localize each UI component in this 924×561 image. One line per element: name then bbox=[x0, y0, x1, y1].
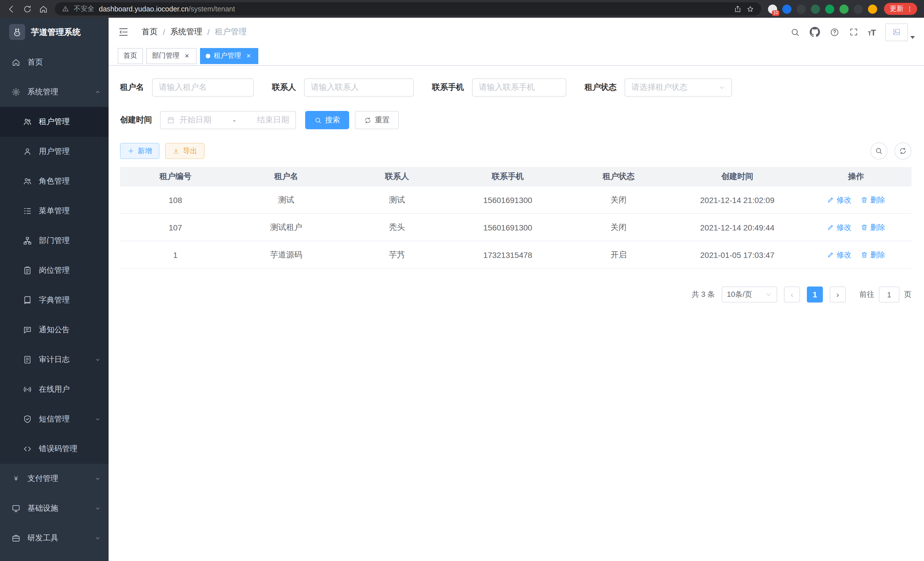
edit-link[interactable]: 修改 bbox=[827, 250, 851, 260]
toggle-search-button[interactable] bbox=[870, 142, 887, 159]
refresh-table-button[interactable] bbox=[894, 142, 911, 159]
main-area: 首页 / 系统管理 / 租户管理 TT bbox=[109, 18, 924, 561]
browser-home-icon[interactable] bbox=[39, 4, 48, 14]
sidebar-item-auditlog[interactable]: 审计日志 bbox=[0, 345, 109, 375]
sidebar-item-sms[interactable]: 短信管理 bbox=[0, 404, 109, 434]
cell-created: 2021-12-14 21:02:09 bbox=[674, 195, 801, 205]
edit-link[interactable]: 修改 bbox=[827, 222, 851, 232]
github-icon[interactable] bbox=[809, 27, 820, 37]
sidebar-item-errcode[interactable]: 错误码管理 bbox=[0, 434, 109, 464]
search-button[interactable]: 搜索 bbox=[305, 111, 349, 129]
refresh-icon bbox=[899, 147, 907, 155]
sidebar-item-tenant[interactable]: 租户管理 bbox=[0, 107, 109, 137]
share-icon[interactable] bbox=[734, 5, 742, 13]
search-icon[interactable] bbox=[790, 27, 800, 37]
delete-link[interactable]: 删除 bbox=[861, 195, 885, 205]
sidebar-item-post[interactable]: 岗位管理 bbox=[0, 256, 109, 285]
page-1-button[interactable]: 1 bbox=[807, 287, 823, 302]
extension-icon[interactable] bbox=[825, 4, 834, 14]
tenant-table: 租户编号 租户名 联系人 联系手机 租户状态 创建时间 操作 108 测试 测试… bbox=[120, 167, 911, 269]
extension-icon[interactable] bbox=[854, 4, 863, 14]
tenant-name-input[interactable]: 请输入租户名 bbox=[152, 78, 254, 97]
browser-back-icon[interactable] bbox=[7, 4, 16, 14]
sidebar-item-dept[interactable]: 部门管理 bbox=[0, 226, 109, 256]
total-count: 共 3 条 bbox=[692, 289, 715, 300]
breadcrumb-home[interactable]: 首页 bbox=[142, 27, 158, 37]
status-select[interactable]: 请选择租户状态 bbox=[625, 78, 732, 97]
extension-icon[interactable] bbox=[839, 4, 849, 14]
menu-dots-icon bbox=[906, 5, 913, 12]
pagination: 共 3 条 10条/页 ‹ 1 › 前往 1 页 bbox=[120, 287, 911, 302]
delete-icon bbox=[861, 251, 868, 259]
bookmark-star-icon[interactable] bbox=[746, 5, 754, 13]
extension-icon[interactable]: 10 bbox=[768, 4, 777, 14]
filter-status: 租户状态 请选择租户状态 bbox=[585, 78, 732, 97]
close-icon[interactable]: × bbox=[244, 52, 253, 60]
prev-page-button[interactable]: ‹ bbox=[784, 287, 800, 302]
sidebar-item-system[interactable]: 系统管理 bbox=[0, 77, 109, 107]
sidebar-item-notice[interactable]: 通知公告 bbox=[0, 315, 109, 345]
tag-tab-首页[interactable]: 首页 bbox=[118, 48, 143, 64]
sidebar-fold-icon[interactable] bbox=[118, 26, 129, 38]
address-bar[interactable]: 不安全 dashboard.yudao.iocoder.cn/system/te… bbox=[55, 2, 761, 15]
breadcrumb-system[interactable]: 系统管理 bbox=[170, 27, 202, 37]
cell-actions: 修改 删除 bbox=[801, 195, 911, 205]
browser-update-button[interactable]: 更新 bbox=[884, 3, 917, 15]
tag-tab-部门管理[interactable]: 部门管理 × bbox=[146, 48, 196, 64]
tools-icon bbox=[11, 534, 21, 543]
close-icon[interactable]: × bbox=[183, 52, 191, 60]
cell-contact: 秃头 bbox=[342, 222, 453, 232]
sidebar-item-menu[interactable]: 菜单管理 bbox=[0, 196, 109, 226]
add-button[interactable]: 新增 bbox=[120, 143, 159, 159]
browser-reload-icon[interactable] bbox=[23, 4, 32, 14]
help-icon[interactable] bbox=[830, 27, 839, 37]
page: 不安全 dashboard.yudao.iocoder.cn/system/te… bbox=[0, 0, 924, 561]
sidebar-item-user[interactable]: 用户管理 bbox=[0, 137, 109, 166]
cell-phone: 15601691300 bbox=[452, 223, 563, 232]
contact-input[interactable]: 请输入联系人 bbox=[304, 78, 414, 97]
reset-button[interactable]: 重置 bbox=[355, 111, 399, 129]
profile-avatar[interactable] bbox=[868, 4, 877, 14]
extension-icon[interactable] bbox=[796, 4, 806, 14]
export-button[interactable]: 导出 bbox=[165, 143, 205, 159]
sidebar-item-dict[interactable]: 字典管理 bbox=[0, 285, 109, 315]
goto-page-input[interactable]: 1 bbox=[879, 287, 899, 302]
extension-icon[interactable] bbox=[782, 4, 791, 14]
filter-tenant-name: 租户名 请输入租户名 bbox=[120, 78, 254, 97]
next-page-button[interactable]: › bbox=[830, 287, 846, 302]
phone-input[interactable]: 请输入联系手机 bbox=[472, 78, 566, 97]
sidebar-item-home[interactable]: 首页 bbox=[0, 47, 109, 77]
cell-created: 2021-12-14 20:49:44 bbox=[674, 223, 801, 232]
sidebar-item-devtools[interactable]: 研发工具 bbox=[0, 523, 109, 553]
chevron-down-icon bbox=[95, 505, 100, 511]
chevron-down-icon bbox=[718, 84, 725, 91]
delete-link[interactable]: 删除 bbox=[861, 250, 885, 260]
delete-link[interactable]: 删除 bbox=[861, 222, 885, 232]
badge-icon bbox=[23, 266, 32, 275]
search-icon bbox=[314, 116, 322, 124]
font-size-icon[interactable]: TT bbox=[868, 28, 875, 36]
sms-icon bbox=[23, 415, 32, 424]
filter-row-2: 创建时间 开始日期 - 结束日期 搜索 重置 bbox=[120, 111, 911, 129]
log-icon bbox=[23, 355, 32, 364]
cell-tenant-name: 测试租户 bbox=[231, 222, 342, 232]
cell-tenant-name: 测试 bbox=[231, 195, 342, 205]
yen-icon bbox=[11, 474, 21, 483]
app-logo[interactable]: 芋道管理系统 bbox=[0, 18, 109, 46]
filter-create-time: 创建时间 开始日期 - 结束日期 bbox=[120, 111, 296, 129]
user-avatar-dropdown[interactable] bbox=[885, 23, 915, 41]
tag-tab-租户管理[interactable]: 租户管理 × bbox=[200, 48, 258, 64]
sidebar-item-pay[interactable]: 支付管理 bbox=[0, 464, 109, 493]
notice-icon bbox=[23, 325, 32, 335]
sidebar-item-infra[interactable]: 基础设施 bbox=[0, 493, 109, 523]
date-range-picker[interactable]: 开始日期 - 结束日期 bbox=[160, 111, 296, 129]
sidebar-item-online[interactable]: 在线用户 bbox=[0, 375, 109, 404]
extension-icon[interactable] bbox=[811, 4, 820, 14]
chevron-down-icon bbox=[95, 535, 100, 541]
edit-link[interactable]: 修改 bbox=[827, 195, 851, 205]
fullscreen-icon[interactable] bbox=[849, 27, 858, 37]
users-icon bbox=[23, 177, 32, 186]
page-size-select[interactable]: 10条/页 bbox=[722, 287, 777, 302]
cell-status: 关闭 bbox=[563, 222, 674, 232]
sidebar-item-role[interactable]: 角色管理 bbox=[0, 166, 109, 196]
